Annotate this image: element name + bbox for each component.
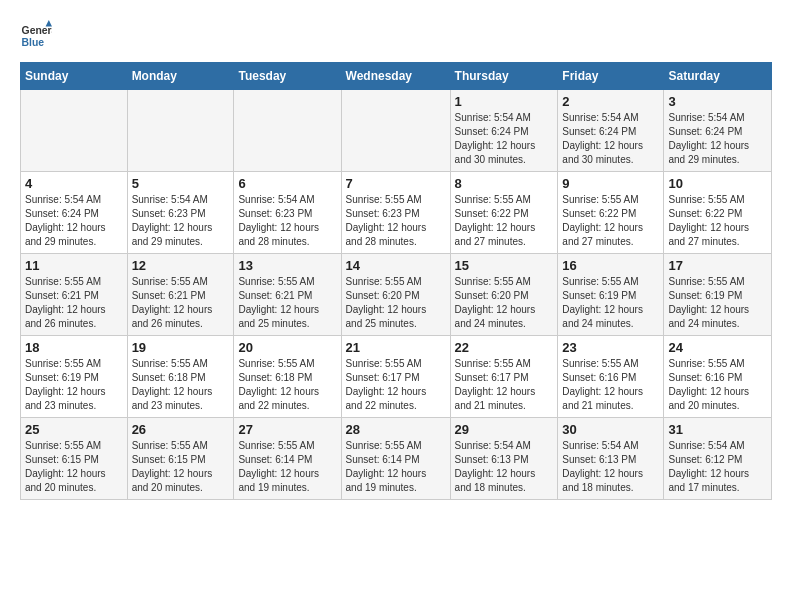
- day-cell-10: 10Sunrise: 5:55 AM Sunset: 6:22 PM Dayli…: [664, 172, 772, 254]
- day-detail: Sunrise: 5:54 AM Sunset: 6:13 PM Dayligh…: [562, 439, 659, 495]
- day-detail: Sunrise: 5:55 AM Sunset: 6:15 PM Dayligh…: [132, 439, 230, 495]
- day-detail: Sunrise: 5:55 AM Sunset: 6:17 PM Dayligh…: [346, 357, 446, 413]
- weekday-header-tuesday: Tuesday: [234, 63, 341, 90]
- day-detail: Sunrise: 5:55 AM Sunset: 6:22 PM Dayligh…: [455, 193, 554, 249]
- day-cell-12: 12Sunrise: 5:55 AM Sunset: 6:21 PM Dayli…: [127, 254, 234, 336]
- day-number: 18: [25, 340, 123, 355]
- day-cell-26: 26Sunrise: 5:55 AM Sunset: 6:15 PM Dayli…: [127, 418, 234, 500]
- day-number: 9: [562, 176, 659, 191]
- day-cell-18: 18Sunrise: 5:55 AM Sunset: 6:19 PM Dayli…: [21, 336, 128, 418]
- day-detail: Sunrise: 5:55 AM Sunset: 6:14 PM Dayligh…: [238, 439, 336, 495]
- day-cell-1: 1Sunrise: 5:54 AM Sunset: 6:24 PM Daylig…: [450, 90, 558, 172]
- day-detail: Sunrise: 5:55 AM Sunset: 6:21 PM Dayligh…: [132, 275, 230, 331]
- day-detail: Sunrise: 5:54 AM Sunset: 6:24 PM Dayligh…: [562, 111, 659, 167]
- day-cell-30: 30Sunrise: 5:54 AM Sunset: 6:13 PM Dayli…: [558, 418, 664, 500]
- day-cell-23: 23Sunrise: 5:55 AM Sunset: 6:16 PM Dayli…: [558, 336, 664, 418]
- day-cell-3: 3Sunrise: 5:54 AM Sunset: 6:24 PM Daylig…: [664, 90, 772, 172]
- day-cell-22: 22Sunrise: 5:55 AM Sunset: 6:17 PM Dayli…: [450, 336, 558, 418]
- day-number: 14: [346, 258, 446, 273]
- day-number: 23: [562, 340, 659, 355]
- empty-cell: [341, 90, 450, 172]
- day-detail: Sunrise: 5:55 AM Sunset: 6:20 PM Dayligh…: [455, 275, 554, 331]
- day-number: 7: [346, 176, 446, 191]
- day-number: 25: [25, 422, 123, 437]
- day-number: 12: [132, 258, 230, 273]
- day-cell-29: 29Sunrise: 5:54 AM Sunset: 6:13 PM Dayli…: [450, 418, 558, 500]
- day-cell-31: 31Sunrise: 5:54 AM Sunset: 6:12 PM Dayli…: [664, 418, 772, 500]
- day-cell-17: 17Sunrise: 5:55 AM Sunset: 6:19 PM Dayli…: [664, 254, 772, 336]
- day-number: 15: [455, 258, 554, 273]
- day-number: 21: [346, 340, 446, 355]
- page-header: General Blue: [20, 20, 772, 52]
- logo: General Blue: [20, 20, 52, 52]
- day-number: 3: [668, 94, 767, 109]
- week-row-4: 18Sunrise: 5:55 AM Sunset: 6:19 PM Dayli…: [21, 336, 772, 418]
- day-detail: Sunrise: 5:55 AM Sunset: 6:16 PM Dayligh…: [562, 357, 659, 413]
- day-number: 2: [562, 94, 659, 109]
- day-number: 26: [132, 422, 230, 437]
- day-cell-20: 20Sunrise: 5:55 AM Sunset: 6:18 PM Dayli…: [234, 336, 341, 418]
- day-detail: Sunrise: 5:54 AM Sunset: 6:24 PM Dayligh…: [25, 193, 123, 249]
- day-cell-19: 19Sunrise: 5:55 AM Sunset: 6:18 PM Dayli…: [127, 336, 234, 418]
- day-cell-6: 6Sunrise: 5:54 AM Sunset: 6:23 PM Daylig…: [234, 172, 341, 254]
- logo-icon: General Blue: [20, 20, 52, 52]
- day-detail: Sunrise: 5:54 AM Sunset: 6:23 PM Dayligh…: [238, 193, 336, 249]
- weekday-header-row: SundayMondayTuesdayWednesdayThursdayFrid…: [21, 63, 772, 90]
- week-row-3: 11Sunrise: 5:55 AM Sunset: 6:21 PM Dayli…: [21, 254, 772, 336]
- day-detail: Sunrise: 5:55 AM Sunset: 6:21 PM Dayligh…: [238, 275, 336, 331]
- day-cell-8: 8Sunrise: 5:55 AM Sunset: 6:22 PM Daylig…: [450, 172, 558, 254]
- svg-text:General: General: [22, 25, 52, 36]
- day-detail: Sunrise: 5:55 AM Sunset: 6:22 PM Dayligh…: [668, 193, 767, 249]
- day-detail: Sunrise: 5:55 AM Sunset: 6:21 PM Dayligh…: [25, 275, 123, 331]
- weekday-header-wednesday: Wednesday: [341, 63, 450, 90]
- day-number: 28: [346, 422, 446, 437]
- day-cell-9: 9Sunrise: 5:55 AM Sunset: 6:22 PM Daylig…: [558, 172, 664, 254]
- day-number: 27: [238, 422, 336, 437]
- day-detail: Sunrise: 5:55 AM Sunset: 6:23 PM Dayligh…: [346, 193, 446, 249]
- day-number: 30: [562, 422, 659, 437]
- day-cell-15: 15Sunrise: 5:55 AM Sunset: 6:20 PM Dayli…: [450, 254, 558, 336]
- day-detail: Sunrise: 5:54 AM Sunset: 6:24 PM Dayligh…: [668, 111, 767, 167]
- calendar-table: SundayMondayTuesdayWednesdayThursdayFrid…: [20, 62, 772, 500]
- day-detail: Sunrise: 5:55 AM Sunset: 6:17 PM Dayligh…: [455, 357, 554, 413]
- day-cell-27: 27Sunrise: 5:55 AM Sunset: 6:14 PM Dayli…: [234, 418, 341, 500]
- day-number: 6: [238, 176, 336, 191]
- weekday-header-friday: Friday: [558, 63, 664, 90]
- day-detail: Sunrise: 5:55 AM Sunset: 6:16 PM Dayligh…: [668, 357, 767, 413]
- day-cell-14: 14Sunrise: 5:55 AM Sunset: 6:20 PM Dayli…: [341, 254, 450, 336]
- day-cell-24: 24Sunrise: 5:55 AM Sunset: 6:16 PM Dayli…: [664, 336, 772, 418]
- weekday-header-thursday: Thursday: [450, 63, 558, 90]
- day-cell-28: 28Sunrise: 5:55 AM Sunset: 6:14 PM Dayli…: [341, 418, 450, 500]
- day-cell-25: 25Sunrise: 5:55 AM Sunset: 6:15 PM Dayli…: [21, 418, 128, 500]
- day-number: 10: [668, 176, 767, 191]
- weekday-header-saturday: Saturday: [664, 63, 772, 90]
- day-detail: Sunrise: 5:54 AM Sunset: 6:23 PM Dayligh…: [132, 193, 230, 249]
- day-number: 24: [668, 340, 767, 355]
- day-detail: Sunrise: 5:54 AM Sunset: 6:13 PM Dayligh…: [455, 439, 554, 495]
- svg-marker-2: [46, 20, 52, 26]
- day-number: 20: [238, 340, 336, 355]
- day-detail: Sunrise: 5:55 AM Sunset: 6:19 PM Dayligh…: [25, 357, 123, 413]
- day-number: 1: [455, 94, 554, 109]
- day-number: 5: [132, 176, 230, 191]
- day-cell-13: 13Sunrise: 5:55 AM Sunset: 6:21 PM Dayli…: [234, 254, 341, 336]
- day-detail: Sunrise: 5:55 AM Sunset: 6:19 PM Dayligh…: [668, 275, 767, 331]
- day-number: 29: [455, 422, 554, 437]
- day-detail: Sunrise: 5:55 AM Sunset: 6:22 PM Dayligh…: [562, 193, 659, 249]
- day-cell-11: 11Sunrise: 5:55 AM Sunset: 6:21 PM Dayli…: [21, 254, 128, 336]
- day-detail: Sunrise: 5:55 AM Sunset: 6:20 PM Dayligh…: [346, 275, 446, 331]
- weekday-header-monday: Monday: [127, 63, 234, 90]
- day-detail: Sunrise: 5:55 AM Sunset: 6:19 PM Dayligh…: [562, 275, 659, 331]
- day-detail: Sunrise: 5:54 AM Sunset: 6:24 PM Dayligh…: [455, 111, 554, 167]
- day-cell-4: 4Sunrise: 5:54 AM Sunset: 6:24 PM Daylig…: [21, 172, 128, 254]
- day-number: 11: [25, 258, 123, 273]
- weekday-header-sunday: Sunday: [21, 63, 128, 90]
- day-number: 8: [455, 176, 554, 191]
- day-cell-5: 5Sunrise: 5:54 AM Sunset: 6:23 PM Daylig…: [127, 172, 234, 254]
- day-detail: Sunrise: 5:54 AM Sunset: 6:12 PM Dayligh…: [668, 439, 767, 495]
- day-detail: Sunrise: 5:55 AM Sunset: 6:18 PM Dayligh…: [238, 357, 336, 413]
- day-number: 22: [455, 340, 554, 355]
- day-detail: Sunrise: 5:55 AM Sunset: 6:18 PM Dayligh…: [132, 357, 230, 413]
- week-row-1: 1Sunrise: 5:54 AM Sunset: 6:24 PM Daylig…: [21, 90, 772, 172]
- day-number: 4: [25, 176, 123, 191]
